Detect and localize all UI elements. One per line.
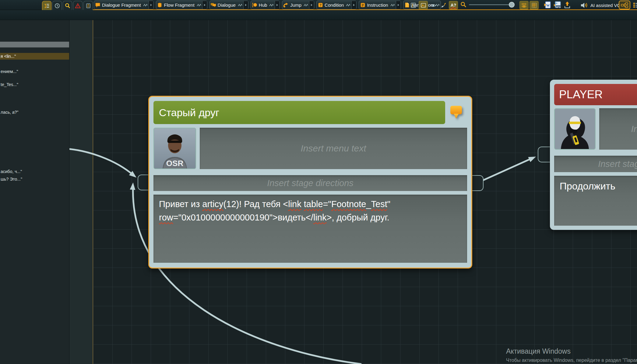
search-icon: [65, 3, 70, 9]
svg-text:?: ?: [319, 3, 322, 7]
text-run: [301, 199, 304, 209]
text-run: Привет из: [159, 199, 202, 209]
create-jump-button[interactable]: Jump: [282, 1, 314, 9]
zoom-slider-knob[interactable]: [509, 2, 515, 8]
create-dialogue-fragment-button[interactable]: Dialogue Fragment: [94, 1, 154, 9]
dialogue-fragment-flyout-arrow[interactable]: [149, 1, 153, 9]
hub-flyout-arrow[interactable]: [275, 1, 280, 9]
preview-image-toggle[interactable]: [419, 1, 428, 9]
export-upload-button[interactable]: [564, 1, 571, 10]
export-word-button[interactable]: W: [544, 1, 551, 10]
instruction-flyout-arrow[interactable]: [396, 1, 401, 9]
flow-fragment-icon: [156, 2, 164, 8]
dialogue-text: Привет из articy(12)! Рад тебя <link tab…: [153, 195, 467, 227]
dialogue-text-field[interactable]: Продолжить: [554, 176, 637, 226]
keypad-icon: [86, 3, 91, 9]
clock-icon: [55, 3, 60, 9]
misspelled-word: link: [288, 199, 301, 209]
flow-view-button[interactable]: [619, 1, 630, 9]
image-icon: [421, 2, 426, 8]
search-result-item[interactable]: я <lin...": [0, 53, 69, 60]
zoom-slider[interactable]: [469, 4, 514, 5]
condition-icon: ?: [317, 2, 324, 8]
zoom-magnifier-icon: [460, 2, 466, 8]
node-title: Старый друг: [153, 101, 445, 124]
text-run: =": [323, 199, 331, 209]
speaker-icon: [580, 2, 588, 9]
windows-activation-watermark: Активация Windows: [506, 347, 571, 355]
menu-text-field[interactable]: Insert menu text: [200, 128, 467, 169]
speaker-portrait[interactable]: OSR: [153, 128, 196, 169]
speaker-portrait[interactable]: [554, 108, 596, 150]
dialogue-icon: [210, 2, 217, 8]
player-node-input-pin[interactable]: [538, 147, 550, 162]
player-text: Продолжить: [554, 176, 637, 196]
connection-zigzag-icon: [143, 3, 148, 7]
create-flow-fragment-button[interactable]: Flow Fragment: [156, 1, 207, 9]
text-run: ="0x0100000000000190">видеть</: [173, 213, 313, 222]
create-instruction-button[interactable]: Instruction: [359, 1, 401, 9]
tab-search[interactable]: [63, 1, 72, 10]
spellcheck-toggle[interactable]: A?: [449, 1, 458, 9]
ai-assisted-vo-button[interactable]: AI assisted VO: [577, 1, 624, 9]
stage-directions-field[interactable]: Insert stage directions: [153, 175, 467, 191]
text-run: (12)! Рад тебя <: [223, 199, 288, 209]
search-result-item[interactable]: ением...": [0, 68, 69, 75]
tab-issues[interactable]: [73, 1, 83, 10]
flow-canvas[interactable]: Старый друг: [69, 20, 637, 364]
search-result-item[interactable]: асибо, ч...": [0, 168, 69, 175]
instruction-icon: [359, 2, 366, 8]
upload-icon: [564, 1, 571, 9]
tab-history[interactable]: [52, 1, 62, 10]
player-node[interactable]: PLAYER Insert menu text Insert stage dir: [550, 80, 637, 230]
dialogue-fragment-node[interactable]: Старый друг: [148, 96, 472, 269]
connection-zigzag-icon: [304, 3, 308, 7]
portrait-shirt-text: OSR: [166, 159, 184, 168]
dialogue-node-input-pin[interactable]: [138, 175, 150, 190]
export-xps-button[interactable]: XPS: [554, 1, 561, 10]
pointer-path-icon: [441, 2, 446, 8]
sidebar-scrollbar[interactable]: [0, 42, 69, 47]
warning-icon: [75, 3, 81, 9]
text-run: >, добрый друг.: [326, 213, 389, 222]
flow-fragment-flyout-arrow[interactable]: [202, 1, 207, 9]
condition-flyout-arrow[interactable]: [351, 1, 356, 9]
tab-calculator[interactable]: [83, 1, 93, 10]
search-result-item[interactable]: лась, а?": [0, 109, 69, 116]
list-view-icon: [633, 2, 637, 8]
dialogue-node-output-pin[interactable]: [471, 175, 484, 191]
search-results-panel: я <lin..." ением..." te_Tes..." лась, а?…: [0, 20, 69, 364]
connection-to-player[interactable]: [477, 154, 537, 183]
search-result-item[interactable]: te_Tes...": [0, 81, 69, 88]
preview-visibility-toggle[interactable]: [429, 1, 438, 9]
dialogue-flyout-arrow[interactable]: [243, 1, 248, 9]
list-view-button[interactable]: [632, 1, 637, 9]
dialogue-fragment-type-icon: [449, 105, 463, 122]
connection-incoming-left[interactable]: [69, 149, 138, 180]
hub-icon: [251, 2, 258, 8]
text-run: ": [387, 199, 390, 209]
search-result-item[interactable]: шь? Это...": [0, 176, 69, 182]
jump-flyout-arrow[interactable]: [309, 1, 314, 9]
create-condition-button[interactable]: ? Condition: [316, 1, 357, 9]
connection-zigzag-icon: [346, 3, 350, 7]
windows-activation-watermark-detail: Чтобы активировать Windows, перейдите в …: [506, 358, 637, 363]
stage-directions-field[interactable]: Insert stage directions: [554, 156, 637, 172]
misspelled-word: Footnote: [331, 199, 366, 209]
properties-panel-toggle[interactable]: [409, 1, 418, 9]
connection-pointer-toggle[interactable]: [439, 1, 448, 9]
main-toolbar: Dialogue Fragment Flow Fragment: [0, 0, 637, 10]
jump-icon: [282, 2, 290, 8]
show-grid-toggle[interactable]: [519, 1, 529, 9]
dialogue-text-field[interactable]: Привет из articy(12)! Рад тебя <link tab…: [153, 195, 467, 263]
misspelled-word: Test: [371, 199, 387, 209]
export-group: W XPS: [544, 1, 571, 10]
menu-text-field[interactable]: Insert menu text: [599, 108, 637, 150]
connection-zigzag-icon: [238, 3, 242, 7]
layout-mode-group: [619, 1, 637, 9]
tab-search-results[interactable]: [42, 1, 51, 10]
eye-grid-icon: [521, 2, 527, 8]
snap-grid-toggle[interactable]: [530, 1, 539, 9]
create-hub-button[interactable]: Hub: [251, 1, 280, 9]
create-dialogue-button[interactable]: Dialogue: [209, 1, 248, 9]
